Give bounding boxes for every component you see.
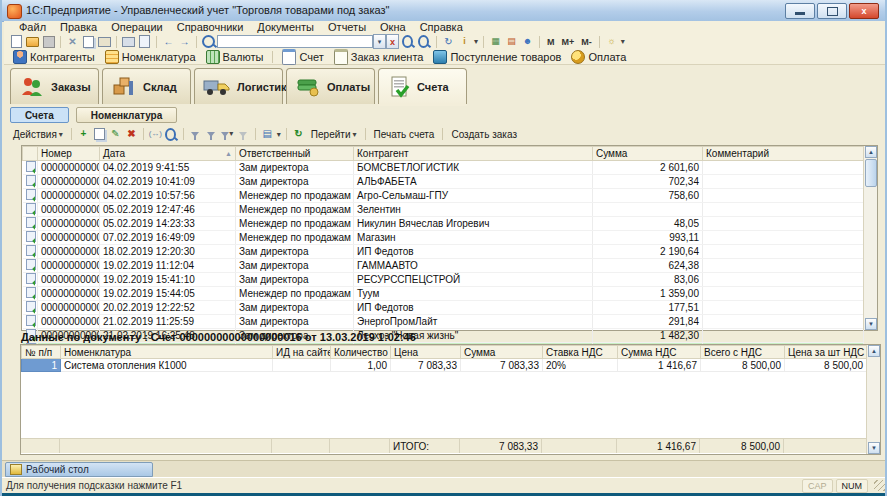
- tab-orders[interactable]: Заказы: [10, 68, 99, 104]
- table-row[interactable]: 00000000000000…04.02.2019 10:41:09Зам ди…: [23, 175, 864, 189]
- calculator-icon[interactable]: ▦: [489, 36, 502, 48]
- col-responsible[interactable]: Ответственный: [236, 147, 354, 161]
- col-comment[interactable]: Комментарий: [703, 147, 864, 161]
- column-spacing-icon[interactable]: (↔): [149, 128, 162, 140]
- menu-documents[interactable]: Документы: [250, 21, 321, 34]
- edit-icon[interactable]: ✎: [109, 128, 122, 140]
- subtab-invoices[interactable]: Счета: [10, 107, 69, 123]
- counterparties-button[interactable]: Контрагенты: [10, 50, 98, 64]
- copy-row-icon[interactable]: [93, 128, 106, 140]
- payment-button[interactable]: Оплата: [568, 50, 629, 64]
- subtab-nomenclature[interactable]: Номенклатура: [76, 107, 177, 123]
- search-input[interactable]: [217, 35, 373, 48]
- table-row[interactable]: 00000000000000…20.02.2019 12:22:52Зам ди…: [23, 301, 864, 315]
- save-icon[interactable]: [42, 36, 55, 48]
- table-row[interactable]: 00000000000000…19.02.2019 15:41:10Зам ди…: [23, 273, 864, 287]
- menu-operations[interactable]: Операции: [104, 21, 169, 34]
- list-settings-icon[interactable]: ▤: [261, 128, 274, 140]
- scroll-up-icon[interactable]: ▲: [868, 345, 880, 357]
- create-order-button[interactable]: Создать заказ: [448, 129, 520, 140]
- table-row[interactable]: 00000000000000…18.02.2019 12:20:30Зам ди…: [23, 245, 864, 259]
- search-icon[interactable]: [202, 35, 215, 48]
- refresh-icon[interactable]: ↻: [442, 36, 455, 48]
- new-document-icon[interactable]: [10, 36, 23, 48]
- search-clear-icon[interactable]: x: [386, 34, 399, 49]
- col-site-id[interactable]: ИД на сайте: [273, 346, 331, 359]
- table-row[interactable]: 00000000000000…19.02.2019 11:12:04Зам ди…: [23, 259, 864, 273]
- tab-warehouse[interactable]: Склад: [102, 68, 191, 104]
- goto-menu-button[interactable]: Перейти▾: [308, 129, 360, 140]
- filter-settings-icon[interactable]: [189, 128, 202, 140]
- menu-catalogs[interactable]: Справочники: [170, 21, 251, 34]
- col-vat-sum[interactable]: Сумма НДС: [618, 346, 701, 359]
- memory-button[interactable]: M: [545, 37, 557, 47]
- tab-logistics[interactable]: Логистика: [194, 68, 283, 104]
- find-icon[interactable]: [165, 128, 178, 140]
- open-icon[interactable]: [26, 36, 39, 48]
- nomenclature-button[interactable]: Номенклатура: [102, 50, 199, 64]
- tab-payments[interactable]: Оплаты: [286, 68, 375, 104]
- filter-icon[interactable]: [205, 128, 218, 140]
- invoices-scrollbar[interactable]: ▲ ▼: [863, 146, 877, 330]
- actions-menu-button[interactable]: Действия▾: [10, 129, 66, 140]
- memory-minus-button[interactable]: M-: [579, 37, 594, 47]
- scroll-down-icon[interactable]: ▼: [868, 442, 880, 454]
- memory-plus-button[interactable]: M+: [560, 37, 577, 47]
- users-icon[interactable]: ☻: [521, 36, 534, 48]
- table-row[interactable]: 00000000000000…05.02.2019 14:23:33Менежд…: [23, 217, 864, 231]
- search-dropdown-icon[interactable]: ▾: [373, 34, 386, 49]
- print-preview-icon[interactable]: [138, 36, 151, 48]
- col-number[interactable]: Номер: [38, 147, 100, 161]
- menu-help[interactable]: Справка: [413, 21, 470, 34]
- table-row[interactable]: 00000000000000…19.02.2019 15:44:05Менежд…: [23, 287, 864, 301]
- filter-by-value-icon[interactable]: ▾: [221, 128, 234, 140]
- minimize-button[interactable]: [785, 3, 815, 19]
- col-nomenclature[interactable]: Номенклатура: [61, 346, 273, 359]
- info-icon[interactable]: i: [458, 36, 471, 48]
- table-row[interactable]: 00000000000000…07.02.2019 16:49:09Менежд…: [23, 231, 864, 245]
- desktop-tab[interactable]: Рабочий стол: [5, 462, 153, 477]
- table-row[interactable]: 00000000000000…05.02.2019 12:47:46Менежд…: [23, 203, 864, 217]
- col-sum[interactable]: Сумма: [461, 346, 543, 359]
- calendar-icon[interactable]: ▤: [505, 36, 518, 48]
- row-icon-header[interactable]: [23, 147, 38, 161]
- col-qty[interactable]: Количество: [331, 346, 391, 359]
- scroll-down-icon[interactable]: ▼: [865, 318, 877, 330]
- menu-file[interactable]: Файл: [12, 21, 53, 34]
- tips-dropdown-icon[interactable]: ▾: [621, 37, 625, 46]
- col-total-vat[interactable]: Всего с НДС: [701, 346, 785, 359]
- table-row[interactable]: 00000000000000…04.02.2019 10:57:56Менежд…: [23, 189, 864, 203]
- invoice-button[interactable]: Счет: [279, 49, 326, 65]
- col-vat-rate[interactable]: Ставка НДС: [543, 346, 618, 359]
- col-unit-price-vat[interactable]: Цена за шт НДС: [785, 346, 867, 359]
- redo-icon[interactable]: →: [178, 36, 191, 48]
- col-npp[interactable]: № п/п: [22, 346, 61, 359]
- currencies-button[interactable]: Валюты: [203, 50, 267, 64]
- maximize-button[interactable]: [817, 3, 847, 19]
- scroll-up-icon[interactable]: ▲: [865, 146, 877, 158]
- undo-icon[interactable]: ←: [162, 36, 175, 48]
- zoom-in-icon[interactable]: [402, 36, 415, 48]
- list-settings-dropdown-icon[interactable]: ▾: [277, 130, 281, 139]
- paste-icon[interactable]: [98, 36, 111, 48]
- table-row[interactable]: 00000000000000…04.02.2019 9:41:55Зам дир…: [23, 161, 864, 175]
- item-row[interactable]: 1 Система отопления К1000 1,00 7 083,33 …: [22, 359, 867, 372]
- filter-clear-icon[interactable]: [237, 128, 250, 140]
- delete-icon[interactable]: ✖: [125, 128, 138, 140]
- menu-reports[interactable]: Отчеты: [321, 21, 373, 34]
- items-scrollbar[interactable]: ▲ ▼: [866, 345, 880, 454]
- col-price[interactable]: Цена: [391, 346, 461, 359]
- zoom-out-icon[interactable]: [418, 36, 431, 48]
- client-order-button[interactable]: Заказ клиента: [331, 49, 427, 65]
- info-dropdown-icon[interactable]: ▾: [474, 37, 478, 46]
- col-sum[interactable]: Сумма: [593, 147, 703, 161]
- print-icon[interactable]: [122, 36, 135, 48]
- col-counterparty[interactable]: Контрагент: [354, 147, 593, 161]
- tips-lamp-icon[interactable]: ☼: [605, 36, 618, 48]
- table-row[interactable]: 00000000000000…21.02.2019 11:25:59Зам ди…: [23, 315, 864, 329]
- tab-invoices[interactable]: Счета: [378, 68, 467, 104]
- copy-icon[interactable]: [82, 36, 95, 48]
- print-invoice-button[interactable]: Печать счета: [371, 129, 438, 140]
- menu-edit[interactable]: Правка: [53, 21, 104, 34]
- add-icon[interactable]: +: [77, 128, 90, 140]
